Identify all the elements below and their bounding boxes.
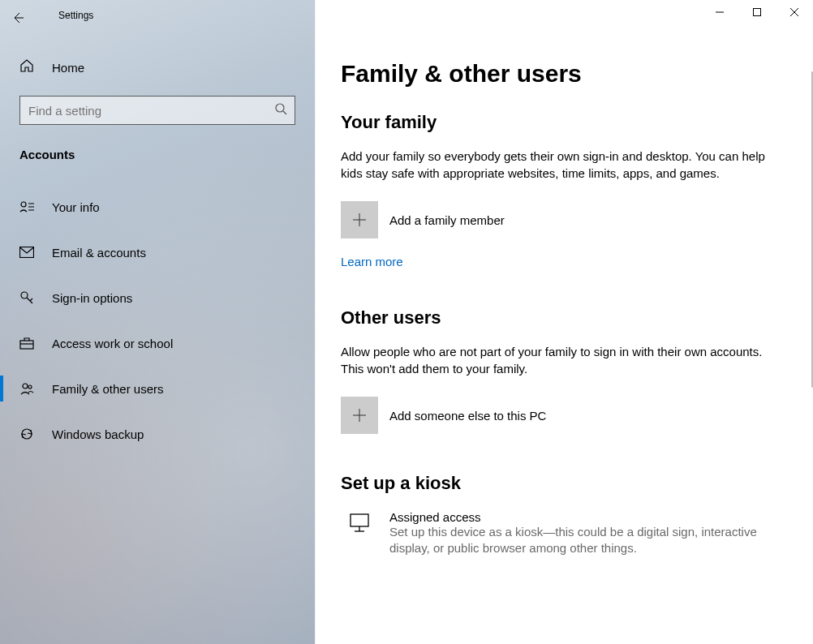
people-icon: [19, 381, 34, 396]
key-icon: [19, 290, 34, 305]
plus-icon: [341, 201, 378, 238]
add-other-user-button[interactable]: Add someone else to this PC: [341, 397, 787, 434]
add-family-member-button[interactable]: Add a family member: [341, 201, 787, 238]
svg-rect-12: [20, 341, 33, 349]
plus-icon: [341, 397, 378, 434]
nav-signin-options[interactable]: Sign-in options: [0, 275, 315, 320]
nav-list: Your info Email & accounts Sign-in optio…: [0, 184, 315, 457]
mail-icon: [19, 247, 34, 258]
svg-point-4: [276, 104, 284, 112]
back-button[interactable]: [0, 0, 36, 36]
settings-window: Settings Home Accounts: [0, 0, 813, 644]
family-heading: Your family: [341, 112, 787, 133]
search-wrap: [19, 96, 295, 125]
nav-label: Family & other users: [52, 382, 164, 396]
nav-access-work-school[interactable]: Access work or school: [0, 320, 315, 366]
nav-label: Access work or school: [52, 337, 173, 350]
svg-point-14: [23, 384, 28, 389]
nav-label: Email & accounts: [52, 246, 146, 260]
assigned-access-button[interactable]: Assigned access Set up this device as a …: [341, 510, 787, 557]
other-users-body: Allow people who are not part of your fa…: [341, 343, 779, 377]
nav-label: Your info: [52, 200, 100, 214]
home-label: Home: [52, 61, 84, 75]
kiosk-item-title: Assigned access: [389, 510, 779, 524]
section-label: Accounts: [19, 148, 315, 161]
kiosk-item-desc: Set up this device as a kiosk—this could…: [389, 524, 779, 557]
main-scroll[interactable]: Family & other users Your family Add you…: [315, 0, 813, 644]
titlebar: Settings: [0, 0, 813, 36]
learn-more-link[interactable]: Learn more: [341, 255, 403, 268]
person-card-icon: [19, 200, 34, 213]
search-icon: [274, 102, 287, 118]
kiosk-text: Assigned access Set up this device as a …: [389, 510, 779, 557]
home-nav[interactable]: Home: [0, 45, 315, 89]
nav-email-accounts[interactable]: Email & accounts: [0, 230, 315, 275]
svg-line-5: [283, 111, 286, 114]
search-input[interactable]: [19, 96, 295, 125]
kiosk-heading: Set up a kiosk: [341, 473, 787, 494]
add-family-label: Add a family member: [389, 213, 505, 227]
home-icon: [19, 58, 34, 76]
app-title: Settings: [36, 0, 93, 21]
family-body: Add your family so everybody gets their …: [341, 148, 779, 182]
svg-rect-20: [351, 514, 368, 526]
nav-windows-backup[interactable]: Windows backup: [0, 411, 315, 457]
briefcase-icon: [19, 337, 34, 350]
sidebar: Home Accounts Your info Email & accounts: [0, 0, 315, 644]
content-pane: Family & other users Your family Add you…: [315, 0, 813, 644]
page-title: Family & other users: [341, 60, 787, 88]
nav-label: Sign-in options: [52, 291, 132, 305]
svg-point-11: [21, 292, 28, 298]
add-other-label: Add someone else to this PC: [389, 409, 546, 423]
sync-icon: [19, 427, 34, 441]
arrow-left-icon: [11, 11, 24, 24]
monitor-icon: [341, 510, 378, 535]
other-users-heading: Other users: [341, 307, 787, 328]
svg-point-6: [21, 202, 26, 207]
svg-point-15: [28, 385, 32, 389]
nav-your-info[interactable]: Your info: [0, 184, 315, 230]
nav-label: Windows backup: [52, 427, 144, 441]
nav-family-other-users[interactable]: Family & other users: [0, 366, 315, 411]
